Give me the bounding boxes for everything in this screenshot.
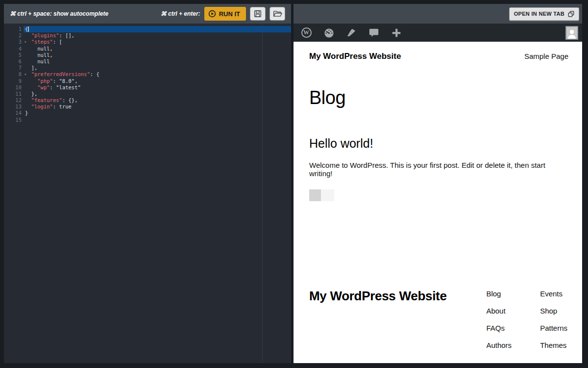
- placeholder-box-dark: [309, 189, 321, 201]
- code-line[interactable]: 5 null,: [4, 52, 291, 58]
- line-number: 4: [4, 46, 24, 52]
- code-line-text: ],: [24, 65, 291, 71]
- line-number: 2: [4, 32, 24, 39]
- code-line[interactable]: 1▾{: [4, 26, 291, 32]
- code-line-text: }: [24, 110, 291, 116]
- save-button[interactable]: [250, 7, 266, 21]
- code-line[interactable]: 6 null: [4, 58, 291, 65]
- code-line[interactable]: 11 },: [4, 91, 291, 97]
- code-line[interactable]: 10 "wp": "latest": [4, 84, 291, 91]
- code-line[interactable]: 9 "php": "8.0",: [4, 78, 291, 84]
- avatar-silhouette-icon: [566, 27, 577, 39]
- code-line[interactable]: 3▾ "steps": [: [4, 39, 291, 45]
- new-tab-icon: [568, 11, 574, 17]
- code-line[interactable]: 14}: [4, 110, 291, 116]
- run-hint: ⌘ ctrl + enter:: [161, 10, 200, 17]
- line-number: 12: [4, 97, 24, 104]
- code-line-text: },: [24, 91, 291, 97]
- line-number: 10: [4, 84, 24, 91]
- save-floppy-icon: [253, 9, 262, 18]
- footer-link-authors[interactable]: Authors: [486, 342, 512, 349]
- open-file-button[interactable]: [270, 7, 285, 21]
- code-line-text: "features": {},: [24, 97, 291, 104]
- code-line-text: null: [24, 58, 291, 65]
- code-line[interactable]: 7 ],: [4, 65, 291, 71]
- site-footer: My WordPress Website BlogAboutFAQsAuthor…: [309, 289, 568, 349]
- code-line-text: {: [24, 26, 291, 32]
- code-line[interactable]: 15: [4, 117, 291, 123]
- post-title[interactable]: Hello world!: [309, 136, 568, 151]
- code-line-text: null,: [24, 46, 291, 52]
- run-it-button[interactable]: RUN IT: [204, 7, 246, 21]
- wordpress-logo-icon[interactable]: W: [300, 27, 312, 39]
- footer-link-columns: BlogAboutFAQsAuthorsEventsShopPatternsTh…: [486, 290, 568, 349]
- site-iframe-content: My WordPress Website Sample Page Blog He…: [294, 42, 582, 363]
- footer-link-about[interactable]: About: [486, 307, 512, 315]
- user-avatar[interactable]: [565, 26, 578, 40]
- fold-arrow-icon[interactable]: ▾: [22, 26, 26, 32]
- comments-bubble-icon[interactable]: [368, 27, 380, 39]
- editor-toolbar: ⌘ ctrl + space: show autocomplete ⌘ ctrl…: [4, 4, 291, 24]
- footer-link-events[interactable]: Events: [540, 290, 567, 297]
- code-line-text: "steps": [: [24, 39, 291, 45]
- customizer-brush-icon[interactable]: [345, 27, 357, 39]
- nav-sample-page-link[interactable]: Sample Page: [524, 52, 568, 60]
- placeholder-box-light: [321, 189, 334, 201]
- code-line-text: "login": true: [24, 104, 291, 110]
- open-in-new-tab-label: OPEN IN NEW TAB: [514, 11, 564, 17]
- json-code-editor[interactable]: 1▾{2 "plugins": [],3▾ "steps": [4 null,5…: [4, 24, 291, 363]
- line-number: 7: [4, 65, 24, 71]
- code-line[interactable]: 12 "features": {},: [4, 97, 291, 104]
- footer-link-shop[interactable]: Shop: [540, 307, 567, 315]
- code-line-text: [24, 117, 291, 123]
- preview-toolbar: OPEN IN NEW TAB: [294, 4, 582, 24]
- blueprint-editor-pane: ⌘ ctrl + space: show autocomplete ⌘ ctrl…: [4, 4, 291, 363]
- line-number: 9: [4, 78, 24, 84]
- footer-link-patterns[interactable]: Patterns: [540, 324, 567, 332]
- code-line[interactable]: 13 "login": true: [4, 104, 291, 110]
- play-icon: [208, 10, 216, 18]
- add-new-plus-icon[interactable]: [391, 27, 402, 39]
- autocomplete-hint: ⌘ ctrl + space: show autocomplete: [10, 10, 108, 17]
- footer-link-faqs[interactable]: FAQs: [486, 324, 512, 332]
- line-number: 14: [4, 110, 24, 116]
- line-number: 6: [4, 58, 24, 65]
- code-line[interactable]: 4 null,: [4, 46, 291, 52]
- open-folder-icon: [273, 9, 282, 18]
- site-title[interactable]: My WordPress Website: [309, 52, 401, 61]
- site-nav: Sample Page: [524, 52, 568, 61]
- code-line-text: "php": "8.0",: [24, 78, 291, 84]
- line-number: 11: [4, 91, 24, 97]
- page-heading: Blog: [309, 87, 568, 108]
- footer-link-column: BlogAboutFAQsAuthors: [486, 290, 512, 349]
- line-number: 8▾: [4, 71, 24, 78]
- line-number: 5: [4, 52, 24, 58]
- footer-site-title[interactable]: My WordPress Website: [309, 289, 447, 349]
- code-line-text: "preferredVersions": {: [24, 71, 291, 78]
- site-preview-pane: OPEN IN NEW TAB W My WordPress Website: [294, 4, 582, 363]
- fold-arrow-icon[interactable]: ▾: [22, 39, 26, 45]
- footer-link-column: EventsShopPatternsThemes: [540, 290, 567, 349]
- line-number: 3▾: [4, 39, 24, 45]
- wp-admin-bar: W: [294, 24, 582, 42]
- code-line-text: "wp": "latest": [24, 84, 291, 91]
- code-line-text: null,: [24, 52, 291, 58]
- code-line[interactable]: 8▾ "preferredVersions": {: [4, 71, 291, 78]
- line-number: 1▾: [4, 26, 24, 32]
- text-cursor: [28, 26, 29, 32]
- open-in-new-tab-button[interactable]: OPEN IN NEW TAB: [509, 7, 579, 21]
- code-line-text: "plugins": [],: [24, 32, 291, 39]
- code-lines: 1▾{2 "plugins": [],3▾ "steps": [4 null,5…: [4, 26, 291, 123]
- site-header: My WordPress Website Sample Page: [309, 42, 568, 61]
- footer-link-blog[interactable]: Blog: [486, 290, 512, 297]
- post-meta-placeholder: [309, 189, 568, 201]
- admin-bar-icons: W: [297, 27, 402, 39]
- post-excerpt: Welcome to WordPress. This is your first…: [309, 161, 568, 178]
- footer-link-themes[interactable]: Themes: [540, 342, 567, 349]
- line-number: 15: [4, 117, 24, 123]
- fold-arrow-icon[interactable]: ▾: [22, 71, 26, 78]
- run-it-label: RUN IT: [219, 10, 240, 18]
- code-line[interactable]: 2 "plugins": [],: [4, 32, 291, 39]
- line-number: 13: [4, 104, 24, 110]
- dashboard-gauge-icon[interactable]: [323, 27, 335, 39]
